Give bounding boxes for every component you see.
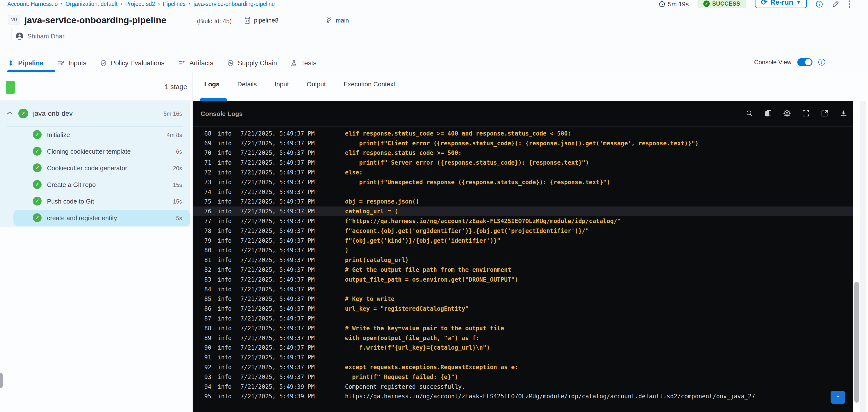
copy-icon[interactable]: [764, 109, 772, 118]
log-row[interactable]: 91 info 7/21/2025, 5:49:37 PM: [193, 353, 853, 362]
repo-chip[interactable]: pipeline8: [244, 17, 278, 24]
log-row[interactable]: 73 info 7/21/2025, 5:49:37 PM print(f"Un…: [193, 178, 853, 187]
log-row[interactable]: 89 info 7/21/2025, 5:49:37 PM with open(…: [193, 333, 853, 343]
tab-tests[interactable]: Tests: [291, 59, 316, 67]
triggered-by-user: Shibam Dhar: [16, 32, 65, 40]
step-row[interactable]: ✓ Initialize 4m 8s: [0, 126, 190, 143]
log-row[interactable]: 85 info 7/21/2025, 5:49:37 PM # Key to w…: [193, 294, 853, 304]
log-row[interactable]: 74 info 7/21/2025, 5:49:37 PM: [193, 187, 853, 197]
log-level: info: [217, 374, 232, 380]
log-row[interactable]: 81 info 7/21/2025, 5:49:37 PM print(cata…: [193, 255, 853, 265]
log-row[interactable]: 82 info 7/21/2025, 5:49:37 PM # Get the …: [193, 265, 853, 275]
open-in-new-icon[interactable]: [820, 109, 829, 118]
log-level: info: [217, 354, 232, 361]
log-timestamp: 7/21/2025, 5:49:37 PM: [241, 344, 315, 351]
log-level: info: [217, 315, 232, 322]
log-level: info: [217, 295, 232, 303]
stage-sidebar: 1 stage ✓ java-onb-dev 5m 16s ✓ Initiali…: [0, 72, 193, 412]
tab-supply-chain[interactable]: Supply Chain: [227, 59, 277, 67]
tab-artifacts[interactable]: Artifacts: [178, 59, 213, 67]
fullscreen-icon[interactable]: [802, 109, 810, 118]
log-line-number: 95: [193, 393, 211, 400]
console-scrollbar[interactable]: [853, 101, 860, 412]
tab-logs[interactable]: Logs: [204, 81, 219, 88]
breadcrumb-pipeline-name[interactable]: java-service-onboarding-pipeline: [193, 1, 275, 7]
breadcrumb-account[interactable]: Account: Harness.io: [7, 1, 58, 7]
scroll-to-top-button[interactable]: ↑: [831, 391, 845, 404]
log-row[interactable]: 76 info 7/21/2025, 5:49:37 PM catalog_ur…: [193, 207, 853, 216]
log-row[interactable]: 70 info 7/21/2025, 5:49:37 PM elif respo…: [193, 148, 853, 158]
log-row[interactable]: 87 info 7/21/2025, 5:49:37 PM: [193, 314, 853, 323]
log-row[interactable]: 83 info 7/21/2025, 5:49:37 PM output_fil…: [193, 275, 853, 285]
step-row[interactable]: ✓ Cookiecutter code generator 20s: [0, 160, 190, 177]
step-label: Create a Git repo: [47, 181, 96, 189]
edit-pencil-icon[interactable]: [832, 0, 839, 8]
tab-inputs[interactable]: Inputs: [57, 59, 87, 67]
tab-execution-context[interactable]: Execution Context: [343, 81, 395, 88]
stage-row[interactable]: ✓ java-onb-dev 5m 16s: [0, 101, 190, 126]
re-run-button[interactable]: ⟳ Re-run ▼: [755, 0, 807, 8]
step-row[interactable]: ✓ Create a Git repo 15s: [0, 177, 190, 193]
tab-input[interactable]: Input: [275, 81, 289, 88]
chevron-up-icon[interactable]: [6, 110, 13, 116]
log-text: url_key = "registeredCatalogEntity": [345, 305, 469, 312]
breadcrumb-project[interactable]: Project: sd2: [125, 1, 155, 7]
tab-output[interactable]: Output: [307, 81, 326, 88]
log-row[interactable]: 90 info 7/21/2025, 5:49:37 PM f.write(f"…: [193, 343, 853, 353]
console-view-info-icon[interactable]: i: [818, 59, 825, 66]
step-label: Cookiecutter code generator: [47, 164, 127, 172]
breadcrumb: Account: Harness.io› Organization: defau…: [7, 0, 275, 7]
log-line-number: 71: [193, 159, 211, 166]
log-lines[interactable]: 68 info 7/21/2025, 5:49:37 PM elif respo…: [193, 127, 853, 412]
log-row[interactable]: 93 info 7/21/2025, 5:49:37 PM print(f" R…: [193, 372, 853, 382]
tab-policy-evaluations[interactable]: Policy Evaluations: [100, 59, 164, 67]
search-icon[interactable]: [745, 109, 753, 118]
log-row[interactable]: 84 info 7/21/2025, 5:49:37 PM: [193, 285, 853, 294]
log-level: info: [217, 344, 232, 351]
step-row[interactable]: ✓ Push code to Git 15s: [0, 193, 190, 210]
log-row[interactable]: 77 info 7/21/2025, 5:49:37 PM f"https://…: [193, 216, 853, 226]
step-row[interactable]: ✓ Cloning cookiecutter template 6s: [0, 143, 190, 160]
tab-details[interactable]: Details: [237, 81, 257, 88]
log-timestamp: 7/21/2025, 5:49:37 PM: [241, 208, 315, 215]
chevron-down-icon: ▼: [796, 0, 801, 5]
log-line-number: 86: [193, 305, 211, 312]
status-badge: ✓ SUCCESS: [698, 0, 746, 8]
log-row[interactable]: 92 info 7/21/2025, 5:49:37 PM except req…: [193, 362, 853, 372]
gear-icon[interactable]: [783, 109, 791, 118]
log-timestamp: 7/21/2025, 5:49:37 PM: [241, 227, 315, 234]
info-icon[interactable]: [816, 0, 823, 8]
download-icon[interactable]: [839, 109, 848, 118]
kebab-menu-icon[interactable]: [848, 0, 851, 8]
log-level: info: [217, 276, 232, 283]
branch-chip[interactable]: main: [326, 17, 349, 24]
window-scrollbar[interactable]: [866, 72, 868, 412]
log-level: info: [217, 198, 232, 205]
log-row[interactable]: 71 info 7/21/2025, 5:49:37 PM print(f" S…: [193, 158, 853, 167]
log-row[interactable]: 72 info 7/21/2025, 5:49:37 PM else:: [193, 167, 853, 178]
log-row[interactable]: 79 info 7/21/2025, 5:49:37 PM f"{obj.get…: [193, 236, 853, 246]
log-row[interactable]: 94 info 7/21/2025, 5:49:39 PM Component …: [193, 382, 853, 392]
log-row[interactable]: 69 info 7/21/2025, 5:49:37 PM print(f"Cl…: [193, 138, 853, 148]
log-row[interactable]: 95 info 7/21/2025, 5:49:39 PM https://qa…: [193, 392, 853, 402]
step-row[interactable]: ✓ create and register entity 5s: [0, 210, 190, 226]
log-text: # Get the output file path from the envi…: [345, 266, 511, 273]
step-list: ✓ Initialize 4m 8s ✓ Cloning cookiecutte…: [0, 126, 190, 226]
scrollbar-thumb[interactable]: [854, 282, 859, 403]
log-row[interactable]: 80 info 7/21/2025, 5:49:37 PM ): [193, 246, 853, 255]
log-level: info: [217, 335, 232, 342]
panel-resize-handle[interactable]: [0, 373, 3, 388]
tab-pipeline[interactable]: Pipeline: [7, 59, 43, 67]
breadcrumb-pipelines[interactable]: Pipelines: [163, 1, 186, 7]
log-row[interactable]: 78 info 7/21/2025, 5:49:37 PM f"account.…: [193, 226, 853, 236]
top-bar: Account: Harness.io› Organization: defau…: [0, 0, 868, 14]
log-row[interactable]: 75 info 7/21/2025, 5:49:37 PM obj = resp…: [193, 197, 853, 207]
log-row[interactable]: 68 info 7/21/2025, 5:49:37 PM elif respo…: [193, 129, 853, 138]
log-link[interactable]: https://qa.harness.io/ng/account/zEaak-F…: [352, 218, 617, 225]
log-row[interactable]: 86 info 7/21/2025, 5:49:37 PM url_key = …: [193, 304, 853, 314]
breadcrumb-organization[interactable]: Organization: default: [66, 1, 118, 7]
console-view-toggle[interactable]: [797, 58, 812, 66]
log-link[interactable]: https://qa.harness.io/ng/account/zEaak-F…: [345, 393, 755, 400]
step-success-icon: ✓: [33, 197, 41, 205]
log-row[interactable]: 88 info 7/21/2025, 5:49:37 PM # Write th…: [193, 323, 853, 333]
